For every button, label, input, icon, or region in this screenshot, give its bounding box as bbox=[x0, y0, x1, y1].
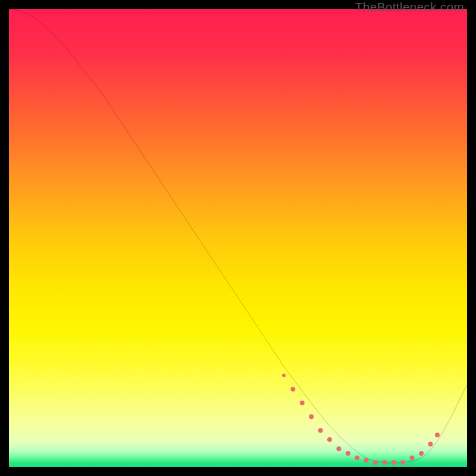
marker-group bbox=[282, 374, 440, 465]
curve-marker bbox=[392, 460, 396, 465]
curve-marker bbox=[309, 414, 314, 419]
curve-marker bbox=[282, 374, 286, 377]
curve-marker bbox=[382, 460, 387, 465]
curve-marker bbox=[336, 446, 341, 451]
curve-marker bbox=[373, 460, 378, 465]
curve-marker bbox=[318, 428, 323, 433]
plot-area bbox=[9, 9, 467, 467]
watermark-text: TheBottleneck.com bbox=[355, 0, 464, 14]
curve-layer bbox=[9, 9, 467, 467]
curve-marker bbox=[419, 451, 424, 456]
chart-stage: TheBottleneck.com bbox=[0, 0, 476, 476]
curve-marker bbox=[290, 387, 295, 392]
curve-marker bbox=[400, 460, 405, 465]
curve-marker bbox=[428, 441, 433, 446]
curve-marker bbox=[346, 451, 350, 456]
bottleneck-curve bbox=[9, 9, 467, 463]
curve-marker bbox=[300, 400, 305, 405]
curve-marker bbox=[410, 456, 415, 461]
curve-marker bbox=[355, 456, 359, 461]
curve-marker bbox=[327, 437, 332, 442]
curve-marker bbox=[364, 458, 369, 462]
curve-marker bbox=[435, 433, 440, 437]
